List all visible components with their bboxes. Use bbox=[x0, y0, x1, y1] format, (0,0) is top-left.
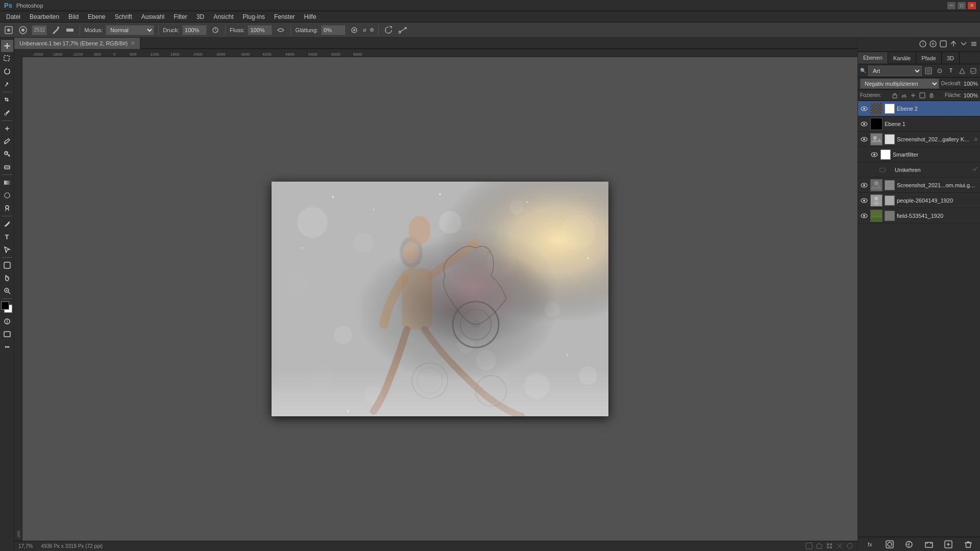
brush-icon[interactable] bbox=[17, 24, 29, 36]
menu-filter[interactable]: Filter bbox=[169, 12, 191, 21]
tool-clone[interactable] bbox=[1, 148, 13, 160]
layer-visibility-smartfilter[interactable] bbox=[870, 151, 878, 159]
tool-magic-wand[interactable] bbox=[1, 78, 13, 90]
layer-visibility-ebene1[interactable] bbox=[860, 120, 868, 128]
layer-visibility-screenshot2021[interactable] bbox=[860, 181, 868, 189]
filter-shape-icon[interactable] bbox=[958, 66, 967, 76]
filter-pixel-icon[interactable] bbox=[924, 66, 933, 76]
tool-selection[interactable] bbox=[1, 53, 13, 65]
tool-brush[interactable] bbox=[1, 135, 13, 147]
layer-visibility-ebene2[interactable] bbox=[860, 105, 868, 113]
tool-blur[interactable] bbox=[1, 189, 13, 202]
svg-rect-66 bbox=[806, 543, 812, 549]
spray-icon[interactable] bbox=[383, 24, 394, 36]
menu-bild[interactable]: Bild bbox=[64, 12, 83, 21]
layer-visibility-people[interactable] bbox=[860, 196, 868, 205]
menu-plugins[interactable]: Plug-ins bbox=[239, 12, 269, 21]
menu-ansicht[interactable]: Ansicht bbox=[209, 12, 237, 21]
layer-visibility-screenshot-kopie[interactable] bbox=[860, 135, 868, 143]
lock-artboard-icon[interactable] bbox=[918, 91, 926, 99]
airbrush-icon[interactable] bbox=[275, 24, 286, 36]
menu-ebene[interactable]: Ebene bbox=[84, 12, 110, 21]
minimize-button[interactable]: ─ bbox=[947, 2, 955, 9]
layer-item-field[interactable]: field-533541_1920 bbox=[858, 208, 980, 223]
blend-mode-select[interactable]: Negativ multiplizieren Normal Multiplizi… bbox=[860, 79, 939, 89]
tool-hand[interactable] bbox=[1, 272, 13, 284]
lock-transparent-icon[interactable] bbox=[891, 91, 899, 99]
tab-kanale[interactable]: Kanäle bbox=[888, 52, 916, 64]
brush-options-icon[interactable] bbox=[50, 24, 61, 36]
menu-schrift[interactable]: Schrift bbox=[111, 12, 136, 21]
panel-icon-5[interactable] bbox=[960, 40, 968, 49]
tablet-icon[interactable] bbox=[397, 24, 408, 36]
layer-delete-button[interactable] bbox=[963, 539, 973, 549]
layer-item-ebene1[interactable]: Ebene 1 bbox=[858, 116, 980, 132]
tab-close-button[interactable]: ✕ bbox=[131, 40, 135, 46]
tool-move[interactable] bbox=[1, 40, 13, 52]
layer-mask-button[interactable] bbox=[885, 539, 895, 549]
tool-extra[interactable] bbox=[1, 341, 13, 353]
tool-eyedropper[interactable] bbox=[1, 107, 13, 119]
menu-datei[interactable]: Datei bbox=[2, 12, 24, 21]
tool-text[interactable]: T bbox=[1, 231, 13, 243]
lock-image-icon[interactable] bbox=[900, 91, 908, 99]
brush-type-icon[interactable] bbox=[64, 24, 76, 36]
menu-3d[interactable]: 3D bbox=[192, 12, 208, 21]
lock-all-icon[interactable] bbox=[927, 91, 936, 99]
tool-gradient[interactable] bbox=[1, 177, 13, 189]
panel-more-icon[interactable] bbox=[970, 40, 978, 49]
fluss-input[interactable] bbox=[248, 25, 272, 35]
color-swatches[interactable] bbox=[1, 302, 13, 314]
layer-visibility-umkehren[interactable] bbox=[878, 166, 887, 174]
tab-3d[interactable]: 3D bbox=[942, 52, 960, 64]
menu-bearbeiten[interactable]: Bearbeiten bbox=[26, 12, 63, 21]
tab-ebenen[interactable]: Ebenen bbox=[858, 52, 888, 64]
tool-screen-mode[interactable] bbox=[1, 328, 13, 340]
foreground-color[interactable] bbox=[1, 302, 9, 310]
layer-add-button[interactable] bbox=[943, 539, 953, 549]
layer-item-screenshot2021[interactable]: Screenshot_2021...om.miui.gallery bbox=[858, 178, 980, 193]
pressure-icon[interactable] bbox=[210, 24, 221, 36]
lock-position-icon[interactable] bbox=[909, 91, 917, 99]
tool-zoom[interactable] bbox=[1, 285, 13, 297]
layer-item-umkehren[interactable]: Umkehren bbox=[858, 162, 980, 178]
menu-hilfe[interactable]: Hilfe bbox=[300, 12, 321, 21]
layer-item-smartfilter[interactable]: Smartfilter bbox=[858, 147, 980, 162]
filter-adjust-icon[interactable] bbox=[935, 66, 944, 76]
document-tab[interactable]: Unbenannt-1 bei 17,7% (Ebene 2, RGB/8#) … bbox=[14, 38, 140, 49]
panel-icon-1[interactable] bbox=[919, 40, 927, 49]
canvas-viewport[interactable] bbox=[22, 57, 857, 541]
layer-item-people[interactable]: people-2604149_1920 bbox=[858, 193, 980, 208]
panel-icon-3[interactable] bbox=[939, 40, 947, 49]
maximize-button[interactable]: □ bbox=[958, 2, 966, 9]
tool-quick-mask[interactable] bbox=[1, 315, 13, 328]
glattung-input[interactable] bbox=[321, 25, 346, 35]
filter-text-icon[interactable]: T bbox=[946, 66, 955, 76]
menu-auswahl[interactable]: Auswahl bbox=[137, 12, 168, 21]
glattung-settings-icon[interactable] bbox=[349, 24, 360, 36]
tool-pen[interactable] bbox=[1, 218, 13, 230]
tool-crop[interactable] bbox=[1, 94, 13, 106]
tool-home-icon[interactable] bbox=[3, 24, 14, 36]
tab-pfade[interactable]: Pfade bbox=[916, 52, 942, 64]
panel-icon-4[interactable] bbox=[949, 40, 958, 49]
menu-fenster[interactable]: Fenster bbox=[270, 12, 299, 21]
tool-path-selection[interactable] bbox=[1, 243, 13, 256]
close-button[interactable]: ✕ bbox=[968, 2, 976, 9]
layer-fx-button[interactable]: fx bbox=[865, 539, 875, 549]
layer-filter-select[interactable]: Art Name Effekt bbox=[868, 66, 922, 76]
tool-eraser[interactable] bbox=[1, 161, 13, 173]
tool-dodge[interactable] bbox=[1, 202, 13, 214]
layer-adjustment-button[interactable] bbox=[904, 539, 914, 549]
layer-item-screenshot-kopie[interactable]: Screenshot_202...gallery Kopie ⊙ bbox=[858, 132, 980, 147]
tool-shape[interactable] bbox=[1, 259, 13, 271]
filter-smart-icon[interactable] bbox=[969, 66, 978, 76]
tool-healing[interactable] bbox=[1, 122, 13, 135]
tool-lasso[interactable] bbox=[1, 65, 13, 78]
layer-group-button[interactable] bbox=[924, 539, 934, 549]
druck-input[interactable] bbox=[182, 25, 207, 35]
mode-select[interactable]: Normal Multiplizieren Bildschirm bbox=[106, 25, 154, 35]
layer-item-ebene2[interactable]: Ebene 2 bbox=[858, 101, 980, 116]
panel-icon-2[interactable] bbox=[929, 40, 937, 49]
layer-visibility-field[interactable] bbox=[860, 212, 868, 220]
